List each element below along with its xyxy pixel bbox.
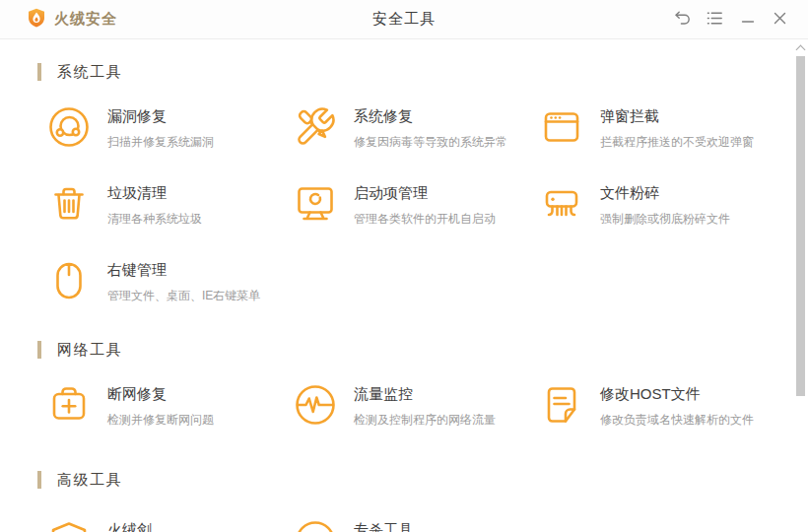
tool-title: 系统修复 (354, 107, 507, 126)
back-icon (674, 11, 691, 30)
popup-blocker-icon (540, 105, 583, 149)
tool-desc: 修复因病毒等导致的系统异常 (354, 134, 507, 151)
app-window: 火绒安全 安全工具 (0, 0, 808, 532)
traffic-monitor-icon (294, 383, 337, 427)
system-repair-icon (294, 105, 337, 149)
network-fix-icon (47, 383, 91, 427)
tool-junk-clean[interactable]: 垃圾清理 清理各种系统垃圾 (47, 182, 294, 228)
tool-vulnerability-fix[interactable]: 漏洞修复 扫描并修复系统漏洞 (47, 105, 294, 151)
app-logo-icon (27, 8, 46, 32)
scroll-up-arrow-icon[interactable] (796, 43, 805, 52)
section-header-advanced: 高级工具 (37, 470, 808, 490)
section-header-system: 系统工具 (37, 62, 808, 82)
tool-title: 流量监控 (354, 385, 496, 404)
scrollbar-thumb[interactable] (796, 56, 805, 396)
tool-host-file[interactable]: 修改HOST文件 修改负责域名快速解析的文件 (540, 383, 786, 429)
tool-context-menu-manager[interactable]: 右键管理 管理文件、桌面、IE右键菜单 (47, 259, 294, 304)
menu-icon (707, 11, 723, 30)
tool-title: 火绒剑 (107, 521, 152, 532)
tool-desc: 强制删除或彻底粉碎文件 (600, 211, 730, 228)
titlebar: 火绒安全 安全工具 (0, 0, 808, 39)
system-tools-grid: 漏洞修复 扫描并修复系统漏洞 (47, 105, 808, 304)
junk-clean-icon (47, 182, 91, 226)
host-file-icon (540, 383, 583, 427)
minimize-icon (741, 11, 755, 29)
network-tools-grid: 断网修复 检测并修复断网问题 流量监控 检测及控制程序的网络流量 (47, 383, 808, 429)
tool-desc: 修改负责域名快速解析的文件 (600, 412, 754, 429)
tool-title: 漏洞修复 (107, 107, 214, 126)
tool-title: 专杀工具 (354, 521, 413, 532)
tool-title: 垃圾清理 (107, 184, 202, 203)
section-label: 网络工具 (57, 341, 122, 360)
startup-manager-icon (294, 182, 337, 226)
tool-network-fix[interactable]: 断网修复 检测并修复断网问题 (47, 383, 294, 429)
tool-special-kill[interactable]: 专杀工具 (294, 519, 540, 532)
tool-title: 弹窗拦截 (600, 107, 754, 126)
section-label: 高级工具 (57, 471, 122, 490)
tool-desc: 清理各种系统垃圾 (107, 211, 202, 228)
tool-huorong-sword[interactable]: 火绒剑 (47, 519, 294, 532)
menu-button[interactable] (699, 0, 731, 39)
section-header-network: 网络工具 (37, 340, 808, 360)
tool-title: 右键管理 (107, 261, 260, 280)
tool-popup-blocker[interactable]: 弹窗拦截 拦截程序推送的不受欢迎弹窗 (540, 105, 786, 151)
advanced-tools-grid: 火绒剑 专杀工具 (47, 519, 808, 532)
tool-system-repair[interactable]: 系统修复 修复因病毒等导致的系统异常 (294, 105, 540, 151)
section-bar (37, 471, 41, 489)
tool-desc: 管理各类软件的开机自启动 (354, 211, 496, 228)
tool-file-shredder[interactable]: 文件粉碎 强制删除或彻底粉碎文件 (540, 182, 786, 228)
tool-desc: 检测及控制程序的网络流量 (354, 412, 496, 429)
app-name: 火绒安全 (54, 10, 117, 29)
tool-title: 修改HOST文件 (600, 385, 754, 404)
tool-desc: 管理文件、桌面、IE右键菜单 (107, 288, 260, 304)
special-kill-icon (294, 519, 337, 532)
close-button[interactable] (764, 0, 796, 39)
section-label: 系统工具 (57, 63, 122, 82)
back-button[interactable] (666, 0, 699, 39)
section-bar (37, 63, 41, 81)
tool-title: 文件粉碎 (600, 184, 730, 203)
huorong-sword-icon (47, 519, 91, 532)
tool-traffic-monitor[interactable]: 流量监控 检测及控制程序的网络流量 (294, 383, 540, 429)
close-icon (774, 11, 786, 29)
section-bar (37, 341, 41, 359)
tool-desc: 拦截程序推送的不受欢迎弹窗 (600, 134, 754, 151)
tools-page: 系统工具 漏洞修复 扫描并修复系统漏洞 (0, 40, 808, 532)
tool-title: 启动项管理 (354, 184, 496, 203)
window-controls (666, 0, 796, 39)
tool-startup-manager[interactable]: 启动项管理 管理各类软件的开机自启动 (294, 182, 540, 228)
vulnerability-fix-icon (47, 105, 91, 149)
scrollbar (794, 41, 807, 530)
tool-desc: 检测并修复断网问题 (107, 412, 214, 429)
tool-title: 断网修复 (107, 385, 214, 404)
brand: 火绒安全 (27, 8, 117, 32)
tool-desc: 扫描并修复系统漏洞 (107, 134, 214, 151)
context-menu-icon (47, 259, 91, 302)
minimize-button[interactable] (731, 0, 764, 39)
file-shredder-icon (540, 182, 583, 226)
